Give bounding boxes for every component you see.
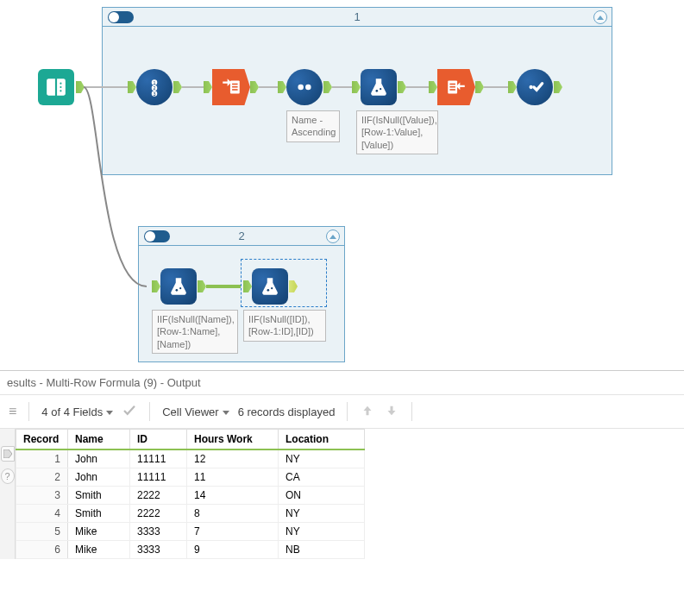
chevron-up-icon [329,235,336,239]
transpose-tool[interactable] [212,69,250,105]
cell-record: 3 [16,487,68,505]
svg-rect-18 [449,84,455,85]
container-enable-toggle[interactable] [108,11,134,23]
arrow-up-icon[interactable] [360,403,375,421]
cell-name: Smith [68,505,130,523]
col-name[interactable]: Name [68,430,130,450]
cell-id: 2222 [130,487,187,505]
svg-point-1 [60,86,61,88]
table-row[interactable]: 5Mike33337NY [16,523,365,541]
container-header: 1 [103,8,612,27]
fields-dropdown[interactable]: 4 of 4 Fields [41,405,113,418]
svg-rect-12 [232,89,238,91]
cell-location: NY [279,523,365,541]
gutter-help-icon[interactable]: ? [1,468,15,484]
cell-location: CA [279,468,365,487]
records-count-label: 6 records displayed [238,405,336,418]
cross-tab-tool[interactable] [437,69,475,105]
cell-name: Mike [68,523,130,541]
svg-text:2: 2 [153,85,155,91]
svg-point-23 [179,287,181,289]
svg-text:1: 1 [153,80,155,85]
book-icon [45,76,67,98]
cell-hours-work: 8 [187,505,279,523]
sort-tool[interactable] [286,69,323,105]
col-record[interactable]: Record [16,430,68,450]
gutter-tag-icon[interactable] [1,446,15,462]
cell-location: ON [279,487,365,505]
mrf-value-annotation: IIF(IsNull([Value]),[Row-1:Value],[Value… [356,110,438,154]
chevron-down-icon [223,411,229,415]
beaker-icon [367,76,390,98]
results-grid-wrap: ? Record Name ID Hours Work Location 1Jo… [0,429,684,559]
svg-point-15 [376,90,379,92]
container-collapse-button[interactable] [593,10,607,24]
col-id[interactable]: ID [130,430,187,450]
results-table[interactable]: Record Name ID Hours Work Location 1John… [16,429,365,559]
beaker-icon [259,275,281,298]
svg-rect-19 [449,86,455,88]
hamburger-icon[interactable]: ≡ [9,404,16,419]
mrf-id-annotation: IIF(IsNull([ID]),[Row-1:ID],[ID]) [243,310,326,342]
table-row[interactable]: 6Mike33339NB [16,541,365,559]
table-row[interactable]: 1John1111112NY [16,449,365,468]
svg-point-14 [305,85,311,91]
multi-row-formula-tool-name[interactable] [160,268,197,305]
svg-rect-11 [232,86,238,88]
mrf-name-annotation: IIF(IsNull([Name]),[Row-1:Name],[Name]) [152,310,238,354]
cell-record: 5 [16,523,68,541]
table-row[interactable]: 2John1111111CA [16,468,365,487]
cell-name: Mike [68,541,130,559]
cell-location: NB [279,541,365,559]
results-toolbar: ≡ 4 of 4 Fields Cell Viewer 6 records di… [0,395,684,429]
cell-hours-work: 14 [187,487,279,505]
container-enable-toggle[interactable] [144,230,170,242]
cell-viewer-dropdown[interactable]: Cell Viewer [162,405,229,418]
cell-id: 2222 [130,505,187,523]
multi-row-formula-tool-id[interactable] [252,268,288,305]
chevron-up-icon [597,16,604,20]
table-row[interactable]: 3Smith222214ON [16,487,365,505]
transpose-icon [220,76,242,98]
container-title: 1 [354,10,360,23]
svg-point-21 [530,85,533,89]
svg-point-24 [267,289,270,292]
cell-hours-work: 11 [187,468,279,487]
arrow-down-icon[interactable] [384,403,399,421]
input-data-tool[interactable] [38,69,74,105]
cell-record: 1 [16,449,68,468]
container-header: 2 [139,227,344,246]
sort-annotation: Name - Ascending [286,110,340,142]
svg-point-13 [298,85,304,91]
col-hours-work[interactable]: Hours Work [187,430,279,450]
cell-name: Smith [68,487,130,505]
workflow-canvas[interactable]: 1 2 123 Name - Ascending IIF(IsNull([Val [0,0,684,371]
cell-location: NY [279,505,365,523]
cell-hours-work: 9 [187,541,279,559]
results-gutter: ? [0,429,16,559]
table-row[interactable]: 4Smith22228NY [16,505,365,523]
cell-id: 11111 [130,468,187,487]
check-icon [524,76,546,98]
col-location[interactable]: Location [279,430,365,450]
crosstab-icon [445,76,468,98]
cell-location: NY [279,449,365,468]
svg-point-22 [176,289,179,292]
svg-point-25 [271,287,273,289]
cell-id: 3333 [130,523,187,541]
svg-rect-10 [232,84,238,85]
svg-rect-20 [449,89,455,91]
cell-name: John [68,449,130,468]
record-id-tool[interactable]: 123 [136,69,173,105]
apply-check-icon[interactable] [122,403,137,421]
svg-point-0 [60,83,61,85]
table-header-row: Record Name ID Hours Work Location [16,430,365,450]
svg-text:3: 3 [153,91,155,97]
dots-icon [293,76,316,98]
beaker-icon [167,275,190,298]
multi-row-formula-tool[interactable] [361,69,397,105]
cell-id: 11111 [130,449,187,468]
cell-record: 2 [16,468,68,487]
select-tool[interactable] [517,69,553,105]
container-collapse-button[interactable] [326,229,340,243]
